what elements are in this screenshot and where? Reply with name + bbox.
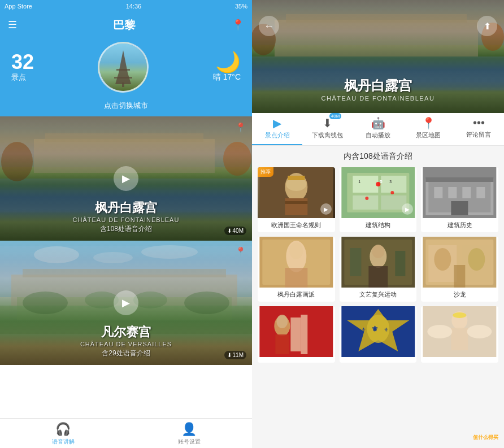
svg-rect-83 — [290, 317, 301, 351]
svg-rect-60 — [451, 201, 468, 215]
grid-item-charlemagne[interactable]: 推荐 ▶ 欧洲国王命名规则 — [258, 167, 335, 232]
versailles-card[interactable]: 📍 ▶ 凡尔赛宫 CHÂTEAU DE VERSAILLES 含29处语音介绍 … — [0, 241, 252, 365]
thumb-salon — [421, 237, 498, 288]
grid-item-map[interactable]: 5 1 3 ▶ 建筑结构 — [340, 167, 417, 232]
svg-rect-72 — [395, 251, 405, 276]
download-size-badge: 40M — [329, 113, 342, 119]
svg-text:⚜: ⚜ — [361, 327, 366, 333]
account-icon: 👤 — [181, 422, 197, 437]
share-button[interactable]: ⬆ — [477, 16, 497, 36]
grid-item-salon[interactable]: 沙龙 — [421, 237, 498, 302]
grid-label-angel — [421, 357, 498, 363]
grid-label-map: 建筑结构 — [340, 218, 417, 232]
items-grid: 推荐 ▶ 欧洲国王命名规则 — [258, 167, 498, 363]
hero-title-en: CHÂTEAU DE FONTAINEBLEAU — [252, 95, 504, 102]
svg-rect-3 — [116, 69, 130, 71]
eiffel-tower-icon — [106, 47, 140, 87]
attractions-count: 32 景点 — [11, 52, 34, 82]
card-subtitle-1: 含108处语音介绍 — [9, 224, 243, 234]
svg-point-64 — [289, 242, 303, 259]
recommend-badge: 推荐 — [258, 167, 273, 177]
grid-label-mona: 文艺复兴运动 — [340, 288, 417, 302]
play-icon-1: ▶ — [320, 203, 332, 215]
download-badge-1[interactable]: ⬇40M — [224, 227, 246, 235]
tab-autoplay[interactable]: 🤖 自动播放 — [353, 116, 403, 145]
svg-rect-84 — [301, 315, 307, 354]
svg-rect-36 — [285, 198, 307, 215]
fontainebleau-card[interactable]: 📍 ▶ 枫丹白露宫 CHÂTEAU DE FONTAINEBLEAU 含108处… — [0, 116, 252, 241]
watermark: 值什么得买 — [473, 434, 498, 441]
grid-item-knight[interactable] — [258, 306, 335, 363]
grid-item-coat[interactable]: ⚜ ⚜ ⚜ — [340, 306, 417, 363]
tab-map[interactable]: 📍 景区地图 — [403, 116, 454, 145]
building-svg — [421, 167, 498, 218]
card-title-en-2: CHÂTEAU DE VERSAILLES — [9, 341, 243, 347]
svg-marker-1 — [119, 62, 128, 73]
svg-rect-38 — [288, 176, 305, 180]
play-button[interactable]: ▶ — [114, 166, 138, 191]
location-pin-icon[interactable]: 📍 — [232, 19, 244, 31]
tab-intro-label: 景点介绍 — [265, 131, 290, 140]
thumb-coat: ⚜ ⚜ ⚜ — [340, 306, 417, 357]
knight-svg — [258, 306, 335, 357]
attractions-label: 景点 — [11, 72, 34, 82]
nav-audio-label: 语音讲解 — [52, 438, 75, 446]
svg-rect-58 — [463, 187, 471, 198]
app-store-label: App Store — [5, 3, 32, 10]
right-tabs: ▶ 景点介绍 ⬇ 40M 下载离线包 🤖 自动播放 📍 景区地图 ••• 评论留… — [252, 113, 504, 146]
nav-account-label: 账号设置 — [178, 438, 201, 446]
grid-item-angel[interactable] — [421, 306, 498, 363]
tab-comments[interactable]: ••• 评论留言 — [454, 116, 504, 145]
svg-text:5: 5 — [380, 179, 383, 184]
tab-comments-label: 评论留言 — [466, 131, 491, 139]
audio-icon: 🎧 — [55, 422, 71, 437]
grid-label-charlemagne: 欧洲国王命名规则 — [258, 218, 335, 232]
nav-audio[interactable]: 🎧 语音讲解 — [0, 422, 126, 446]
nav-account[interactable]: 👤 账号设置 — [126, 422, 252, 446]
coat-svg: ⚜ ⚜ ⚜ — [340, 306, 417, 357]
card-content-1: 枫丹白露宫 CHÂTEAU DE FONTAINEBLEAU 含108处语音介绍 — [0, 193, 252, 241]
left-header: ☰ 巴黎 📍 — [0, 12, 252, 37]
grid-label-salon: 沙龙 — [421, 288, 498, 302]
grid-item-painting[interactable]: 枫丹白露画派 — [258, 237, 335, 302]
back-button[interactable]: ← — [259, 16, 279, 36]
svg-rect-70 — [368, 266, 388, 288]
angel-svg — [421, 306, 498, 357]
svg-point-47 — [365, 197, 368, 200]
mona-svg — [340, 237, 417, 288]
download-badge-2[interactable]: ⬇11M — [224, 351, 246, 359]
robot-tab-icon: 🤖 — [371, 116, 385, 130]
svg-rect-56 — [435, 187, 443, 198]
left-time: 14:36 — [126, 3, 142, 10]
card-title-zh-1: 枫丹白露宫 — [9, 199, 243, 216]
svg-rect-55 — [426, 177, 494, 182]
pin-icon-2: 📍 — [235, 246, 246, 257]
left-battery: 35% — [235, 3, 247, 10]
svg-rect-94 — [451, 328, 468, 350]
attractions-number: 32 — [11, 52, 34, 72]
grid-item-mona[interactable]: 文艺复兴运动 — [340, 237, 417, 302]
grid-label-knight — [258, 357, 335, 363]
svg-text:⚜: ⚜ — [371, 324, 379, 333]
bottom-nav: 🎧 语音讲解 👤 账号设置 — [0, 418, 252, 448]
svg-point-77 — [435, 248, 451, 271]
svg-rect-57 — [449, 187, 457, 198]
thumb-building — [421, 167, 498, 218]
city-circle[interactable] — [98, 42, 149, 93]
grid-item-building[interactable]: 建筑历史 — [421, 167, 498, 232]
svg-rect-5 — [122, 82, 124, 87]
map-tab-icon: 📍 — [422, 116, 436, 130]
svg-text:3: 3 — [389, 180, 392, 184]
thumb-angel — [421, 306, 498, 357]
city-switch-label[interactable]: 点击切换城市 — [0, 101, 252, 116]
svg-point-96 — [467, 325, 492, 338]
thumb-mona — [340, 237, 417, 288]
pin-icon: 📍 — [235, 122, 246, 133]
play-button-2[interactable]: ▶ — [114, 290, 138, 315]
menu-icon[interactable]: ☰ — [8, 19, 17, 31]
svg-point-48 — [390, 191, 394, 194]
tab-download[interactable]: ⬇ 40M 下载离线包 — [302, 116, 353, 145]
hero-content: 枫丹白露宫 CHÂTEAU DE FONTAINEBLEAU — [252, 77, 504, 102]
svg-rect-65 — [285, 268, 307, 288]
tab-intro[interactable]: ▶ 景点介绍 — [252, 116, 302, 145]
